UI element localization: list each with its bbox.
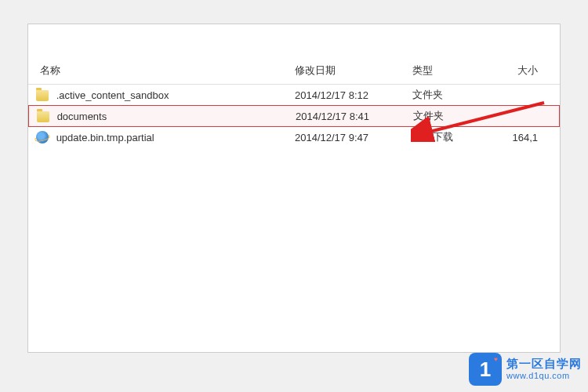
- file-name-cell: documents: [29, 110, 288, 122]
- watermark-url: www.d1qu.com: [506, 371, 582, 381]
- column-header-type[interactable]: 类型: [405, 64, 483, 78]
- file-name-cell: .active_content_sandbox: [28, 89, 287, 101]
- file-name: documents: [57, 111, 107, 122]
- file-type: 文件夹: [405, 88, 483, 102]
- column-header-name[interactable]: 名称: [28, 64, 287, 78]
- column-header-size[interactable]: 大小: [483, 64, 546, 78]
- file-row[interactable]: .active_content_sandbox 2014/12/17 8:12 …: [28, 85, 560, 105]
- file-type: 文件夹: [405, 109, 484, 123]
- file-date: 2014/12/17 9:47: [287, 132, 405, 143]
- file-name-cell: update.bin.tmp.partial: [28, 131, 287, 144]
- file-explorer-pane: 名称 修改日期 类型 大小 .active_content_sandbox 20…: [27, 24, 561, 353]
- internet-explorer-icon: [36, 131, 49, 143]
- column-header-row: 名称 修改日期 类型 大小: [28, 57, 560, 85]
- file-name: update.bin.tmp.partial: [56, 132, 154, 143]
- file-date: 2014/12/17 8:12: [287, 89, 405, 101]
- file-row-selected[interactable]: documents 2014/12/17 8:41 文件夹: [28, 105, 560, 127]
- file-type: 部分下载: [405, 130, 483, 144]
- watermark: 1 第一区自学网 www.d1qu.com: [469, 353, 582, 386]
- folder-icon: [36, 90, 49, 101]
- file-name: .active_content_sandbox: [56, 89, 169, 101]
- file-row[interactable]: update.bin.tmp.partial 2014/12/17 9:47 部…: [28, 127, 560, 147]
- file-size: 164,1: [483, 132, 546, 143]
- folder-icon: [37, 111, 49, 122]
- watermark-badge: 1: [469, 353, 502, 386]
- file-date: 2014/12/17 8:41: [288, 111, 405, 122]
- watermark-text: 第一区自学网 www.d1qu.com: [506, 357, 582, 381]
- column-header-date[interactable]: 修改日期: [287, 64, 405, 78]
- watermark-title: 第一区自学网: [506, 357, 582, 371]
